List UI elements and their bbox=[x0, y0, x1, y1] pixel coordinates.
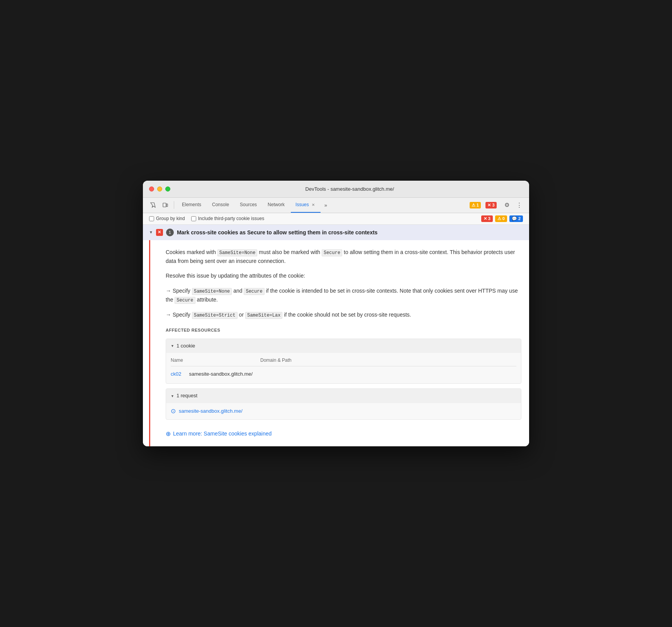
svg-rect-1 bbox=[166, 204, 168, 207]
cookie-row: ck02 samesite-sandbox.glitch.me/ bbox=[171, 369, 516, 380]
issue-expand-arrow: ▼ bbox=[149, 230, 153, 234]
error-count-icon: ✕ bbox=[484, 216, 487, 221]
issue-title: Mark cross-site cookies as Secure to all… bbox=[177, 229, 378, 236]
issue-error-icon: ✕ bbox=[158, 230, 161, 235]
error-count-badge: ✕ 3 bbox=[481, 215, 493, 222]
tab-sources[interactable]: Sources bbox=[235, 197, 261, 213]
close-button[interactable] bbox=[149, 186, 154, 191]
cookie-expand-arrow: ▼ bbox=[171, 343, 174, 349]
info-count-icon: 💬 bbox=[512, 216, 517, 221]
warning-count-icon: ⚠ bbox=[497, 216, 501, 221]
issue-resolve-text: Resolve this issue by updating the attri… bbox=[166, 271, 521, 280]
devtools-window: DevTools - samesite-sandbox.glitch.me/ E… bbox=[143, 181, 529, 447]
include-third-party-checkbox[interactable] bbox=[191, 216, 196, 221]
request-expand-arrow: ▼ bbox=[171, 393, 174, 399]
device-toggle-icon[interactable] bbox=[160, 200, 171, 210]
learn-more-icon: ⊕ bbox=[166, 429, 171, 439]
filter-bar: Group by kind Include third-party cookie… bbox=[143, 213, 529, 225]
window-title: DevTools - samesite-sandbox.glitch.me/ bbox=[176, 186, 523, 192]
code-samesite-lax: SameSite=Lax bbox=[245, 312, 282, 319]
cookie-domain: samesite-sandbox.glitch.me/ bbox=[189, 370, 253, 378]
tab-issues[interactable]: Issues ✕ bbox=[291, 197, 321, 213]
code-samesite-none-2: SameSite=None bbox=[192, 288, 232, 295]
issue-error-badge: ✕ bbox=[156, 229, 163, 236]
issue-count: 1 bbox=[166, 229, 174, 236]
tab-network[interactable]: Network bbox=[263, 197, 289, 213]
warning-icon: ⚠ bbox=[472, 203, 475, 208]
more-options-icon[interactable]: ⋮ bbox=[514, 200, 524, 210]
request-resource-section: ▼ 1 request ⊙ samesite-sandbox.glitch.me… bbox=[166, 388, 521, 419]
group-by-kind-checkbox[interactable] bbox=[149, 216, 154, 221]
tab-close-icon[interactable]: ✕ bbox=[311, 202, 316, 207]
code-secure-3: Secure bbox=[175, 297, 195, 304]
warning-count-badge: ⚠ 0 bbox=[495, 215, 507, 222]
include-third-party-label[interactable]: Include third-party cookie issues bbox=[191, 216, 264, 221]
content-area: ▼ ✕ 1 Mark cross-site cookies as Secure … bbox=[143, 225, 529, 447]
code-samesite-none-1: SameSite=None bbox=[217, 249, 258, 256]
cookie-table-header: Name Domain & Path bbox=[171, 355, 516, 366]
error-icon: ✕ bbox=[487, 203, 491, 208]
request-section-header[interactable]: ▼ 1 request bbox=[166, 389, 521, 403]
issue-header[interactable]: ▼ ✕ 1 Mark cross-site cookies as Secure … bbox=[143, 225, 529, 240]
svg-rect-0 bbox=[163, 203, 166, 207]
tab-console[interactable]: Console bbox=[207, 197, 234, 213]
affected-resources: AFFECTED RESOURCES ▼ 1 cookie Name Domai… bbox=[166, 327, 521, 439]
issue-point-2: → Specify SameSite=Strict or SameSite=La… bbox=[166, 310, 521, 319]
request-url-link[interactable]: samesite-sandbox.glitch.me/ bbox=[179, 407, 243, 415]
group-by-kind-label[interactable]: Group by kind bbox=[149, 216, 185, 221]
issue-section: ▼ ✕ 1 Mark cross-site cookies as Secure … bbox=[143, 225, 529, 447]
tab-elements[interactable]: Elements bbox=[177, 197, 206, 213]
code-secure-2: Secure bbox=[244, 288, 264, 295]
inspect-icon[interactable] bbox=[148, 200, 158, 210]
cookie-section-header[interactable]: ▼ 1 cookie bbox=[166, 339, 521, 353]
info-count-badge: 💬 2 bbox=[509, 215, 523, 222]
request-row: ⊙ samesite-sandbox.glitch.me/ bbox=[166, 403, 521, 419]
code-secure-1: Secure bbox=[322, 249, 342, 256]
cookie-name-link[interactable]: ck02 bbox=[171, 370, 181, 378]
cookie-resource-section: ▼ 1 cookie Name Domain & Path ck02 sames… bbox=[166, 339, 521, 384]
request-icon: ⊙ bbox=[171, 406, 176, 416]
maximize-button[interactable] bbox=[165, 186, 170, 191]
affected-resources-label: AFFECTED RESOURCES bbox=[166, 327, 521, 334]
learn-more-section: ⊕ Learn more: SameSite cookies explained bbox=[166, 426, 521, 439]
issue-description: Cookies marked with SameSite=None must a… bbox=[166, 248, 521, 266]
title-bar: DevTools - samesite-sandbox.glitch.me/ bbox=[143, 181, 529, 198]
issues-counts: ✕ 3 ⚠ 0 💬 2 bbox=[481, 215, 523, 222]
traffic-lights bbox=[149, 186, 170, 191]
settings-icon[interactable]: ⚙ bbox=[501, 200, 512, 210]
minimize-button[interactable] bbox=[157, 186, 162, 191]
tab-bar: Elements Console Sources Network Issues … bbox=[143, 198, 529, 213]
error-badge[interactable]: ✕ 3 bbox=[485, 202, 496, 208]
code-samesite-strict: SameSite=Strict bbox=[192, 312, 238, 319]
cookie-table: Name Domain & Path ck02 samesite-sandbox… bbox=[166, 353, 521, 383]
toolbar-divider bbox=[174, 201, 174, 209]
learn-more-link[interactable]: Learn more: SameSite cookies explained bbox=[173, 429, 272, 438]
more-tabs-button[interactable]: » bbox=[322, 202, 329, 208]
warning-badge[interactable]: ⚠ 1 bbox=[470, 202, 481, 208]
issue-body: Cookies marked with SameSite=None must a… bbox=[149, 240, 529, 447]
issue-point-1: → Specify SameSite=None and Secure if th… bbox=[166, 286, 521, 304]
